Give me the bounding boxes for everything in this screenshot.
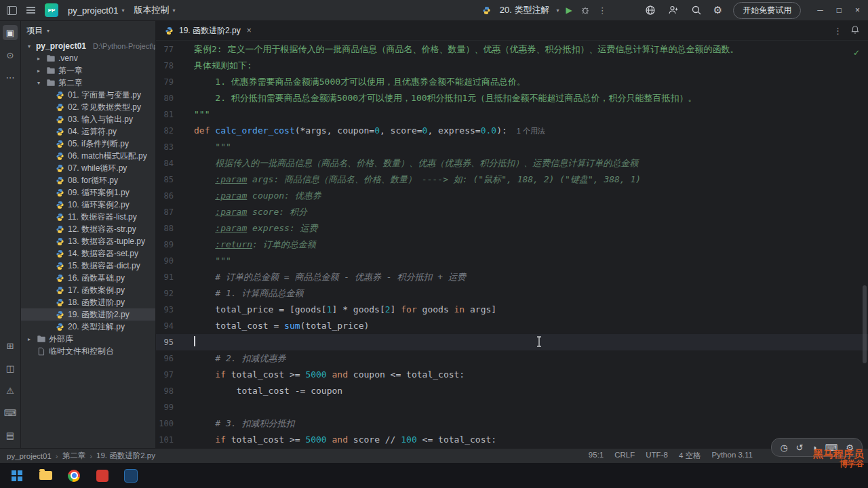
code-line[interactable]: 79 1. 优惠券需要商品金额满5000才可以使用，且优惠券金额不能超过商品总价… bbox=[156, 74, 868, 90]
start-button[interactable] bbox=[3, 463, 31, 488]
tree-item-file[interactable]: 10. 循环案例2.py bbox=[21, 199, 155, 211]
code-line[interactable]: 98 total_cost -= coupon bbox=[156, 383, 868, 399]
tree-item-file[interactable]: 13. 数据容器-tuple.py bbox=[21, 235, 155, 247]
project-icon[interactable]: ▣ bbox=[3, 25, 18, 40]
close-tab-icon[interactable]: × bbox=[247, 26, 252, 35]
tree-item-file[interactable]: 09. 循环案例1.py bbox=[21, 186, 155, 199]
vcs-menu[interactable]: 版本控制 ▾ bbox=[134, 4, 175, 16]
more-run-actions-icon[interactable]: ⋮ bbox=[598, 5, 607, 16]
code-line[interactable]: 84 根据传入的一批商品信息（商品名、价格、数量）、优惠（优惠券、积分抵扣）、运… bbox=[156, 155, 868, 171]
explorer-icon[interactable] bbox=[31, 463, 60, 488]
main-menu-icon[interactable] bbox=[26, 7, 35, 14]
chevron-down-icon[interactable]: ▾ bbox=[557, 7, 559, 14]
code-line[interactable]: 94 total_cost = sum(total_price) bbox=[156, 318, 868, 334]
code-line[interactable]: 101 if total_cost >= 5000 and score // 1… bbox=[156, 432, 868, 448]
debug-button[interactable] bbox=[579, 4, 591, 16]
chrome-icon[interactable] bbox=[60, 463, 88, 488]
timer-icon[interactable]: ◷ bbox=[780, 443, 787, 452]
tree-item-file[interactable]: 20. 类型注解.py bbox=[21, 321, 155, 333]
editor-tab[interactable]: 19. 函数进阶2.py × bbox=[156, 21, 258, 40]
code-line[interactable]: 89 :return: 订单的总金额 bbox=[156, 237, 868, 253]
code-line[interactable]: 88 :param express: 运费 bbox=[156, 220, 868, 237]
code-line[interactable]: 85 :param args: 商品信息（商品名、价格、数量） ----> 如:… bbox=[156, 171, 868, 188]
tree-item-file[interactable]: 07. while循环.py bbox=[21, 162, 155, 174]
tree-item[interactable]: ▾第二章 bbox=[21, 77, 155, 89]
breadcrumb-item[interactable]: 第二章 bbox=[62, 451, 86, 461]
code-line[interactable]: 97 if total_cost >= 5000 and coupon <= t… bbox=[156, 367, 868, 383]
terminal-icon[interactable]: ⌨ bbox=[3, 405, 18, 420]
status-segment[interactable]: CRLF bbox=[614, 451, 635, 461]
status-segment[interactable]: 95:1 bbox=[589, 451, 604, 461]
chevron-right-icon[interactable]: ▸ bbox=[35, 56, 43, 62]
code-line[interactable]: 92 # 1. 计算商品总金额 bbox=[156, 285, 868, 302]
tree-item-file[interactable]: 06. match模式匹配.py bbox=[21, 150, 155, 162]
code-line[interactable]: 86 :param coupon: 优惠券 bbox=[156, 188, 868, 204]
tree-item-file[interactable]: 15. 数据容器-dict.py bbox=[21, 260, 155, 272]
tree-item-file[interactable]: 01. 字面量与变量.py bbox=[21, 89, 155, 101]
code-line[interactable]: 93 total_price = [goods[1] * goods[2] fo… bbox=[156, 302, 868, 318]
tree-item-file[interactable]: 17. 函数案例.py bbox=[21, 284, 155, 296]
undo-icon[interactable]: ↺ bbox=[796, 443, 804, 452]
tree-item-file[interactable]: 05. if条件判断.py bbox=[21, 138, 155, 150]
minimize-button[interactable]: ─ bbox=[817, 5, 823, 15]
close-button[interactable]: × bbox=[855, 5, 860, 15]
breadcrumb-item[interactable]: 19. 函数进阶2.py bbox=[96, 451, 155, 461]
project-menu[interactable]: py_project01 ▾ bbox=[68, 5, 124, 16]
keyboard-icon[interactable]: ⌨ bbox=[825, 443, 838, 452]
maximize-button[interactable]: □ bbox=[837, 5, 842, 15]
python-console-icon[interactable]: ◫ bbox=[3, 361, 18, 375]
structure-icon[interactable]: ▤ bbox=[3, 428, 18, 443]
code-line[interactable]: 90 """ bbox=[156, 253, 868, 269]
code-line[interactable]: 82def calc_order_cost(*args, coupon=0, s… bbox=[156, 123, 868, 139]
services-icon[interactable]: ⊞ bbox=[3, 338, 18, 353]
chevron-down-icon[interactable]: ▾ bbox=[25, 43, 33, 49]
tree-item[interactable]: 临时文件和控制台 bbox=[21, 345, 155, 357]
tree-item-file[interactable]: 03. 输入与输出.py bbox=[21, 113, 155, 125]
notifications-bell-icon[interactable] bbox=[850, 25, 860, 37]
tree-item[interactable]: ▸第一章 bbox=[21, 64, 155, 77]
problems-icon[interactable]: ⚠ bbox=[3, 383, 18, 398]
code-line[interactable]: 91 # 订单的总金额 = 商品总金额 - 优惠券 - 积分抵扣 + 运费 bbox=[156, 269, 868, 285]
window-icon[interactable] bbox=[7, 6, 17, 15]
tree-item-file[interactable]: 04. 运算符.py bbox=[21, 125, 155, 138]
tree-item-file[interactable]: 11. 数据容器-list.py bbox=[21, 211, 155, 223]
code-line[interactable]: 100 # 3. 扣减积分抵扣 bbox=[156, 415, 868, 432]
music-app-icon[interactable] bbox=[88, 463, 117, 488]
status-segment[interactable]: Python 3.11 bbox=[711, 451, 753, 461]
tree-item-file[interactable]: 19. 函数进阶2.py bbox=[21, 308, 155, 321]
code-line[interactable]: 81""" bbox=[156, 106, 868, 123]
tree-item-file[interactable]: 02. 常见数据类型.py bbox=[21, 101, 155, 113]
inspection-check-icon[interactable]: ✓ bbox=[853, 48, 860, 58]
tree-item-file[interactable]: 18. 函数进阶.py bbox=[21, 296, 155, 308]
code-line[interactable]: 80 2. 积分抵扣需要商品总金额满5000才可以使用，100积分抵扣1元（且抵… bbox=[156, 90, 868, 106]
code-line[interactable]: 87 :param score: 积分 bbox=[156, 204, 868, 220]
ide-app-icon[interactable] bbox=[117, 463, 145, 488]
chevron-down-icon[interactable]: ▾ bbox=[47, 28, 50, 34]
commit-icon[interactable]: ⊙ bbox=[3, 47, 18, 62]
code-line[interactable]: 99 bbox=[156, 399, 868, 415]
breadcrumb-item[interactable]: py_project01 bbox=[7, 452, 52, 460]
code-line[interactable]: 77案例2: 定义一个用于根据传入的一批商品信息（商品名、价格、数量）、优惠（优… bbox=[156, 41, 868, 58]
tree-item[interactable]: ▸.venv bbox=[21, 52, 155, 64]
start-trial-button[interactable]: 开始免费试用 bbox=[733, 2, 801, 19]
chevron-right-icon[interactable]: ▸ bbox=[25, 336, 33, 342]
tree-item[interactable]: ▸外部库 bbox=[21, 333, 155, 345]
status-segment[interactable]: 4 空格 bbox=[679, 451, 701, 461]
chevron-down-icon[interactable]: ▾ bbox=[35, 80, 43, 86]
tree-item-file[interactable]: 08. for循环.py bbox=[21, 174, 155, 186]
globe-icon[interactable] bbox=[644, 4, 656, 16]
settings-icon[interactable]: ⚙ bbox=[846, 443, 854, 452]
run-config-selector[interactable]: 20. 类型注解 bbox=[500, 4, 550, 16]
tree-item-file[interactable]: 12. 数据容器-str.py bbox=[21, 223, 155, 235]
tree-item-file[interactable]: 14. 数据容器-set.py bbox=[21, 247, 155, 260]
add-user-icon[interactable] bbox=[667, 4, 679, 16]
run-button[interactable]: ▶ bbox=[566, 5, 572, 15]
tree-item[interactable]: ▾py_project01D:\Python-Project\py_ bbox=[21, 40, 155, 52]
pause-icon[interactable]: ◑ bbox=[812, 443, 817, 452]
code-line[interactable]: 83 """ bbox=[156, 139, 868, 155]
code-line[interactable]: 95 bbox=[156, 334, 868, 350]
scrollbar-thumb[interactable] bbox=[863, 285, 867, 363]
code-line[interactable]: 78具体规则如下: bbox=[156, 58, 868, 74]
more-tool-windows-icon[interactable]: ⋯ bbox=[3, 70, 18, 85]
code-area[interactable]: 77案例2: 定义一个用于根据传入的一批商品信息（商品名、价格、数量）、优惠（优… bbox=[156, 41, 868, 448]
